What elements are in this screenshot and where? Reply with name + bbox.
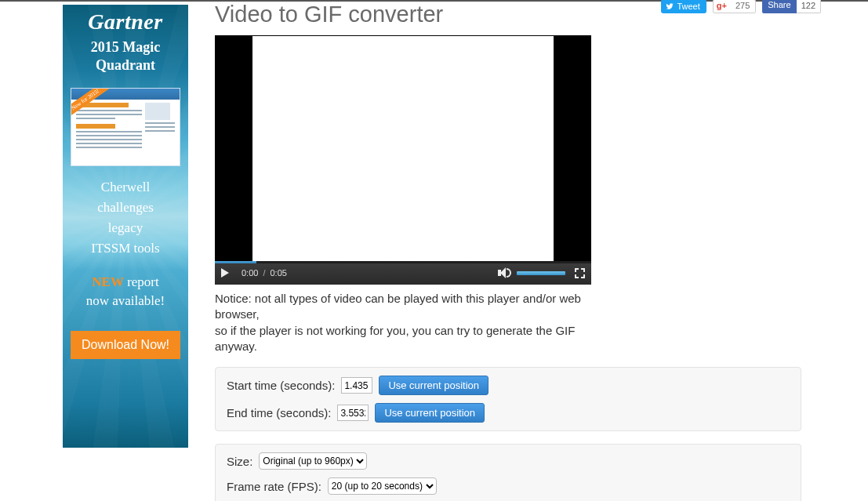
size-label: Size:	[227, 455, 252, 468]
sidebar-ad[interactable]: Gartner 2015 Magic Quadrant New for 2015…	[63, 5, 188, 448]
fps-label: Frame rate (FPS):	[227, 480, 321, 493]
volume-icon[interactable]	[498, 267, 510, 278]
time-panel: Start time (seconds): Use current positi…	[215, 367, 801, 431]
player-notice: Notice: not all types of video can be pl…	[215, 291, 591, 354]
video-progress-bar[interactable]	[215, 261, 591, 263]
end-time-label: End time (seconds):	[227, 406, 331, 419]
twitter-icon	[665, 2, 674, 10]
options-panel: Size: Original (up to 960px) Frame rate …	[215, 444, 801, 501]
end-time-input[interactable]	[337, 405, 369, 421]
video-controls: 0:00 / 0:05	[215, 261, 591, 285]
video-canvas[interactable]	[252, 35, 554, 261]
size-select[interactable]: Original (up to 960px)	[259, 452, 367, 470]
start-use-position-button[interactable]: Use current position	[379, 376, 488, 395]
gplus-icon: g+	[714, 0, 730, 13]
ad-report: NEW report now available!	[63, 273, 188, 310]
tweet-button[interactable]: Tweet	[661, 0, 706, 13]
fb-share-button[interactable]: Share 122	[762, 0, 821, 13]
page-title: Video to GIF converter	[215, 2, 661, 27]
video-pillarbox-left	[215, 35, 252, 261]
video-pillarbox-right	[554, 35, 591, 261]
video-duration: 0:05	[270, 268, 286, 278]
end-use-position-button[interactable]: Use current position	[375, 403, 485, 423]
volume-slider[interactable]	[517, 271, 565, 275]
gplus-count: 275	[730, 0, 755, 13]
fullscreen-icon[interactable]	[575, 268, 585, 278]
ad-screenshot: New for 2015!	[71, 88, 180, 166]
ad-heading-bottom: Quadrant	[63, 57, 188, 74]
ad-new-label: NEW	[92, 274, 124, 289]
time-separator: /	[263, 268, 265, 278]
ad-download-button[interactable]: Download Now!	[71, 331, 180, 359]
ad-challenge: Cherwell challenges legacy ITSSM tools	[63, 177, 188, 259]
fps-select[interactable]: 20 (up to 20 seconds)	[328, 477, 437, 495]
ad-heading-top: 2015 Magic	[63, 39, 188, 56]
gplus-button[interactable]: g+ 275	[713, 0, 757, 13]
play-icon[interactable]	[221, 268, 229, 278]
start-time-label: Start time (seconds):	[227, 379, 335, 392]
fb-share-label: Share	[762, 0, 796, 13]
video-current-time: 0:00	[242, 268, 258, 278]
video-player: 0:00 / 0:05	[215, 35, 591, 285]
ad-brand: Gartner	[63, 5, 188, 36]
start-time-input[interactable]	[341, 377, 372, 394]
fb-share-count: 122	[797, 0, 821, 13]
